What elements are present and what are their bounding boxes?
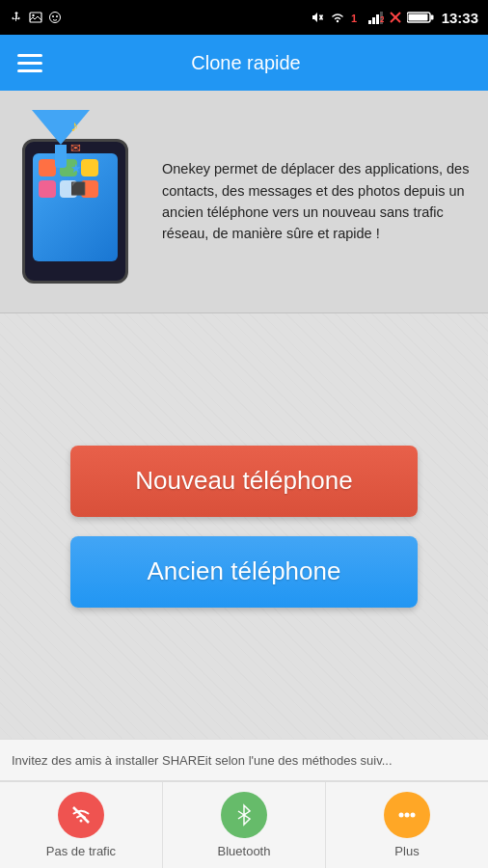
top-bar: Clone rapide (0, 35, 488, 91)
svg-rect-17 (408, 14, 427, 21)
svg-point-19 (399, 813, 404, 818)
usb-icon (10, 11, 23, 24)
image-icon (29, 11, 42, 24)
bottom-navigation: Pas de trafic Bluetooth (0, 781, 488, 868)
nav-item-plus[interactable]: Plus (326, 782, 488, 868)
app-wrapper: 1 2 13:33 (0, 0, 488, 868)
status-time: 13:33 (442, 10, 478, 26)
svg-point-3 (52, 15, 54, 17)
no-traffic-icon (58, 792, 104, 838)
signal1-icon: 1 (351, 11, 363, 24)
svg-rect-16 (430, 15, 433, 20)
svg-text:2: 2 (380, 14, 384, 24)
main-content: Nouveau téléphone Ancien téléphone (0, 313, 488, 739)
svg-rect-0 (30, 13, 41, 22)
nav-item-bluetooth[interactable]: Bluetooth (163, 782, 326, 868)
nav-item-pas-de-trafic[interactable]: Pas de trafic (0, 782, 163, 868)
svg-point-2 (50, 13, 61, 23)
svg-point-1 (32, 14, 34, 16)
nouveau-telephone-button[interactable]: Nouveau téléphone (70, 446, 418, 517)
status-icons-right: 1 2 13:33 (311, 10, 478, 26)
bluetooth-icon (221, 792, 267, 838)
svg-point-20 (405, 813, 410, 818)
hero-description: Onekey permet de déplacer des applicatio… (162, 158, 473, 245)
hero-section: ♪ ✉ ★ ⬛ Onekey permet de déplacer des ap… (0, 91, 488, 313)
status-icons-left (10, 11, 62, 24)
signal2-icon: 2 (368, 11, 384, 24)
cat-icon (48, 11, 62, 24)
svg-rect-9 (372, 17, 375, 24)
more-icon (384, 792, 430, 838)
status-bar: 1 2 13:33 (0, 0, 488, 35)
hamburger-menu-button[interactable] (14, 50, 46, 76)
wifi-icon (330, 11, 345, 24)
nav-label-pas-de-trafic: Pas de trafic (46, 844, 116, 858)
nav-label-bluetooth: Bluetooth (218, 844, 271, 858)
close-icon (390, 12, 401, 23)
svg-point-21 (411, 813, 416, 818)
ancien-telephone-button[interactable]: Ancien téléphone (70, 536, 418, 608)
battery-icon (407, 11, 434, 24)
svg-point-4 (56, 15, 58, 17)
svg-rect-8 (368, 20, 371, 24)
mute-icon (311, 11, 324, 24)
app-title: Clone rapide (46, 52, 446, 74)
nav-label-plus: Plus (394, 844, 419, 858)
hero-illustration: ♪ ✉ ★ ⬛ (8, 110, 162, 293)
banner-text: Invitez des amis à installer SHAREit sel… (12, 753, 393, 768)
bottom-banner: Invitez des amis à installer SHAREit sel… (0, 739, 488, 781)
svg-text:1: 1 (351, 13, 357, 24)
content-area: ♪ ✉ ★ ⬛ Onekey permet de déplacer des ap… (0, 91, 488, 868)
svg-rect-10 (376, 14, 379, 24)
